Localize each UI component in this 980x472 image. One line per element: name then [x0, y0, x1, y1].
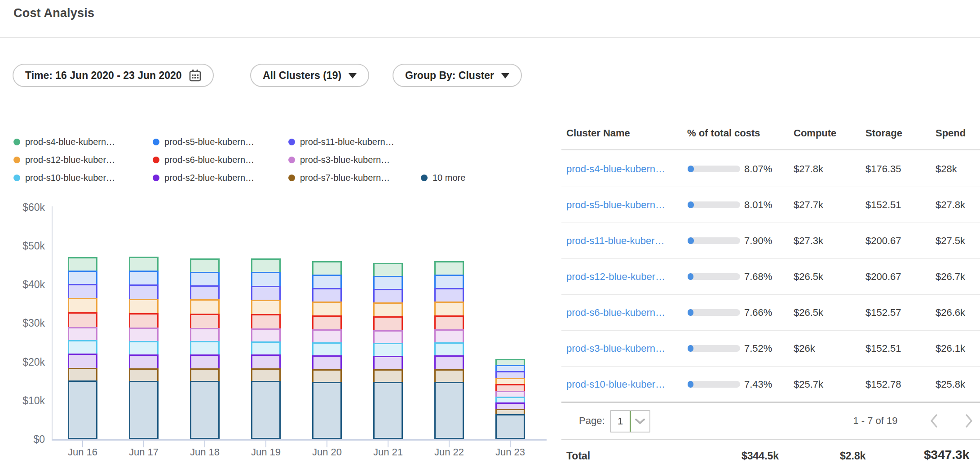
- bar-segment[interactable]: [495, 414, 525, 439]
- bar-segment[interactable]: [190, 354, 220, 368]
- bar-segment[interactable]: [312, 382, 342, 439]
- bar-segment[interactable]: [434, 315, 464, 329]
- col-header-spend[interactable]: Spend: [936, 127, 966, 139]
- bar-segment[interactable]: [312, 275, 342, 288]
- bar-segment[interactable]: [495, 378, 525, 384]
- bar-segment[interactable]: [129, 341, 159, 354]
- bar-segment[interactable]: [434, 369, 464, 382]
- cluster-name-link[interactable]: prod-s3-blue-kubern…: [566, 343, 681, 354]
- bar-segment[interactable]: [495, 371, 525, 378]
- bar-segment[interactable]: [434, 261, 464, 275]
- bar-segment[interactable]: [373, 330, 403, 343]
- bar-segment[interactable]: [68, 284, 97, 298]
- bar-segment[interactable]: [495, 384, 525, 391]
- bar-segment[interactable]: [129, 299, 159, 313]
- cluster-name-link[interactable]: prod-s4-blue-kubern…: [566, 163, 681, 175]
- pct-progress-bar: [688, 381, 740, 388]
- bar-segment[interactable]: [495, 397, 525, 402]
- storage-cost: $152.57: [865, 307, 901, 319]
- bar-segment[interactable]: [129, 313, 159, 328]
- bar-segment[interactable]: [251, 328, 281, 341]
- bar-segment[interactable]: [190, 381, 220, 439]
- bar-segment[interactable]: [190, 368, 220, 381]
- bar-segment[interactable]: [312, 329, 342, 342]
- bar-segment[interactable]: [434, 275, 464, 288]
- bar-segment[interactable]: [434, 355, 464, 369]
- bar-segment[interactable]: [373, 263, 403, 276]
- bar-segment[interactable]: [68, 257, 97, 271]
- bar-segment[interactable]: [190, 328, 220, 341]
- bar-segment[interactable]: [495, 402, 525, 409]
- y-axis-line: [52, 206, 53, 440]
- bar-segment[interactable]: [373, 343, 403, 356]
- bar-segment[interactable]: [373, 302, 403, 316]
- cluster-name-link[interactable]: prod-s11-blue-kuber…: [566, 235, 681, 247]
- bar-segment[interactable]: [129, 381, 159, 439]
- bar-segment[interactable]: [68, 380, 97, 439]
- col-header-compute[interactable]: Compute: [794, 127, 836, 139]
- bar-segment[interactable]: [68, 327, 97, 340]
- page-number-select[interactable]: 1: [610, 410, 650, 433]
- bar-segment[interactable]: [373, 382, 403, 439]
- bar-segment[interactable]: [68, 312, 97, 327]
- col-header-storage[interactable]: Storage: [865, 127, 902, 139]
- bar-segment[interactable]: [129, 284, 159, 299]
- bar-segment[interactable]: [129, 257, 159, 271]
- bar-segment[interactable]: [129, 328, 159, 341]
- bar-segment[interactable]: [251, 341, 281, 354]
- bar-segment[interactable]: [312, 261, 342, 275]
- bar-segment[interactable]: [68, 298, 97, 312]
- bar-segment[interactable]: [129, 368, 159, 381]
- pct-progress-fill: [688, 237, 694, 244]
- bar-segment[interactable]: [190, 341, 220, 354]
- bar-segment[interactable]: [129, 271, 159, 284]
- col-header-pct-total-costs[interactable]: % of total costs: [687, 127, 760, 139]
- bar-segment[interactable]: [434, 342, 464, 355]
- bar-segment[interactable]: [251, 381, 281, 439]
- bar-segment[interactable]: [312, 315, 342, 329]
- bar-segment[interactable]: [251, 314, 281, 328]
- bar-segment[interactable]: [434, 329, 464, 342]
- cluster-name-link[interactable]: prod-s6-blue-kubern…: [566, 307, 681, 319]
- bar-segment[interactable]: [190, 272, 220, 285]
- bar-segment[interactable]: [312, 369, 342, 382]
- bar-segment[interactable]: [251, 286, 281, 300]
- bar-segment[interactable]: [495, 391, 525, 397]
- bar-segment[interactable]: [190, 258, 220, 272]
- bar-segment[interactable]: [190, 285, 220, 299]
- bar-segment[interactable]: [129, 354, 159, 368]
- previous-page-button[interactable]: [926, 412, 941, 429]
- bar-segment[interactable]: [373, 289, 403, 302]
- bar-segment[interactable]: [251, 272, 281, 286]
- bar-segment[interactable]: [495, 359, 525, 365]
- bar-segment[interactable]: [373, 356, 403, 369]
- pct-of-total-costs: 7.66%: [744, 307, 772, 319]
- cluster-name-link[interactable]: prod-s12-blue-kuber…: [566, 271, 681, 283]
- bar-segment[interactable]: [251, 300, 281, 314]
- bar-segment[interactable]: [68, 340, 97, 354]
- bar-segment[interactable]: [251, 258, 281, 272]
- bar-segment[interactable]: [312, 302, 342, 315]
- bar-segment[interactable]: [312, 342, 342, 355]
- bar-segment[interactable]: [190, 299, 220, 314]
- bar-segment[interactable]: [251, 368, 281, 381]
- bar-segment[interactable]: [434, 288, 464, 302]
- bar-segment[interactable]: [68, 271, 97, 284]
- bar-segment[interactable]: [495, 409, 525, 414]
- bar-segment[interactable]: [68, 354, 97, 368]
- bar-segment[interactable]: [312, 288, 342, 302]
- bar-segment[interactable]: [190, 314, 220, 328]
- cluster-name-link[interactable]: prod-s5-blue-kubern…: [566, 199, 681, 211]
- bar-segment[interactable]: [434, 302, 464, 315]
- bar-segment[interactable]: [373, 369, 403, 382]
- bar-segment[interactable]: [68, 368, 97, 380]
- bar-segment[interactable]: [434, 382, 464, 439]
- bar-segment[interactable]: [373, 316, 403, 330]
- bar-segment[interactable]: [373, 276, 403, 289]
- col-header-cluster-name[interactable]: Cluster Name: [566, 127, 630, 139]
- bar-segment[interactable]: [312, 355, 342, 369]
- cluster-name-link[interactable]: prod-s10-blue-kuber…: [566, 379, 681, 390]
- next-page-button[interactable]: [961, 412, 976, 429]
- bar-segment[interactable]: [495, 365, 525, 371]
- bar-segment[interactable]: [251, 354, 281, 368]
